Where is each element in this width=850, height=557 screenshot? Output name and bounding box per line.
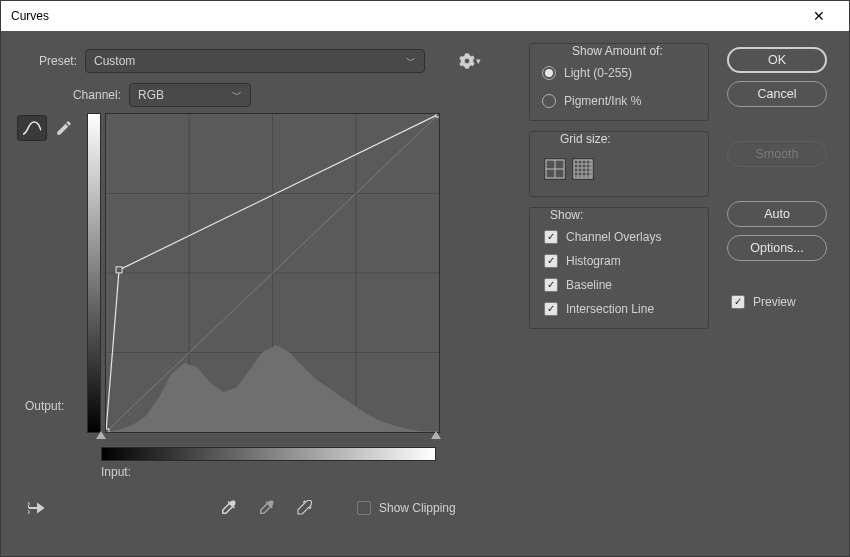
grid-size-panel: Grid size: [529,131,709,197]
show-clipping-label: Show Clipping [379,501,456,515]
black-point-slider[interactable] [96,431,106,439]
auto-button[interactable]: Auto [727,201,827,227]
preview-label: Preview [753,295,796,309]
show-clipping-checkbox[interactable] [357,501,371,515]
show-header: Show: [550,208,698,222]
ok-button[interactable]: OK [727,47,827,73]
curve-tool-button[interactable] [17,115,47,141]
white-point-slider[interactable] [431,431,441,439]
show-amount-panel: Show Amount of: Light (0-255) Pigment/In… [529,43,709,121]
svg-rect-9 [436,114,439,117]
gray-eyedropper-icon[interactable] [255,497,277,519]
svg-rect-8 [116,267,122,273]
show-amount-header: Show Amount of: [572,44,698,58]
show-checkbox-label: Intersection Line [566,302,654,316]
gear-icon[interactable]: ▾ [459,50,481,72]
target-adjust-icon[interactable] [25,497,55,519]
channel-label: Channel: [65,88,121,102]
smooth-button: Smooth [727,141,827,167]
channel-select[interactable]: RGB ﹀ [129,83,251,107]
channel-value: RGB [138,88,164,102]
show-checkbox-2[interactable] [544,278,558,292]
window-title: Curves [11,9,49,23]
pigment-radio[interactable] [542,94,556,108]
pigment-radio-label: Pigment/Ink % [564,94,641,108]
show-checkbox-1[interactable] [544,254,558,268]
input-label: Input: [17,465,517,479]
show-checkbox-0[interactable] [544,230,558,244]
output-label: Output: [17,399,64,433]
light-radio-label: Light (0-255) [564,66,632,80]
output-gradient [87,113,101,433]
preset-select[interactable]: Custom ﹀ [85,49,425,73]
pencil-tool-button[interactable] [49,115,79,141]
white-eyedropper-icon[interactable] [293,497,315,519]
preview-checkbox[interactable] [731,295,745,309]
close-icon[interactable]: ✕ [799,4,839,28]
input-gradient [101,447,436,461]
titlebar: Curves ✕ [1,1,849,31]
chevron-down-icon: ﹀ [406,54,416,68]
curve-canvas[interactable] [105,113,440,433]
svg-rect-11 [574,160,592,178]
show-checkbox-3[interactable] [544,302,558,316]
grid-size-header: Grid size: [560,132,698,146]
show-checkbox-label: Channel Overlays [566,230,661,244]
show-checkbox-label: Histogram [566,254,621,268]
show-checkbox-label: Baseline [566,278,612,292]
preset-label: Preset: [25,54,77,68]
options-button[interactable]: Options... [727,235,827,261]
chevron-down-icon: ﹀ [232,88,242,102]
black-eyedropper-icon[interactable] [217,497,239,519]
light-radio[interactable] [542,66,556,80]
show-panel: Show: Channel OverlaysHistogramBaselineI… [529,207,709,329]
grid-4x4-button[interactable] [544,158,566,180]
svg-rect-7 [106,429,109,432]
cancel-button[interactable]: Cancel [727,81,827,107]
grid-10x10-button[interactable] [572,158,594,180]
preset-value: Custom [94,54,135,68]
